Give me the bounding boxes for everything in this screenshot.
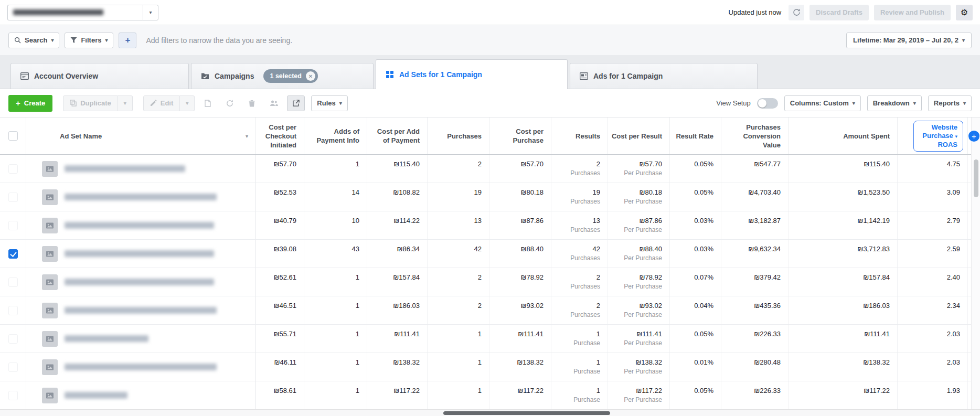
row-checkbox[interactable] xyxy=(8,306,18,315)
account-caret-button[interactable]: ▾ xyxy=(143,5,158,20)
table-row[interactable]: ₪58.61 1 ₪117.22 1 ₪117.22 1 Purchase ₪1… xyxy=(0,381,980,409)
rules-button[interactable]: Rules ▾ xyxy=(311,95,347,111)
date-range-button[interactable]: Lifetime: Mar 29, 2019 – Jul 20, 2 ▾ xyxy=(846,33,972,48)
search-button[interactable]: Search ▾ xyxy=(8,33,59,48)
row-checkbox[interactable] xyxy=(8,164,18,174)
adset-name-redacted[interactable] xyxy=(65,250,214,257)
adset-name-redacted[interactable] xyxy=(65,307,217,314)
add-filter-button[interactable]: + xyxy=(119,33,136,48)
discard-drafts-button[interactable]: Discard Drafts xyxy=(809,5,869,20)
chevron-down-icon: ▾ xyxy=(853,100,855,106)
col-label: Website xyxy=(931,123,957,131)
horizontal-scrollbar[interactable] xyxy=(0,409,980,416)
cell-purchases-conversion-value: ₪280.48 xyxy=(721,353,789,381)
row-checkbox[interactable] xyxy=(8,193,18,202)
col-header-purchases[interactable]: Purchases xyxy=(428,118,489,154)
table-row[interactable]: ₪55.71 1 ₪111.41 1 ₪111.41 1 Purchase ₪1… xyxy=(0,325,980,353)
chevron-down-icon: ▾ xyxy=(962,37,965,43)
col-header-purchases-conversion-value[interactable]: Purchases Conversion Value xyxy=(721,118,789,154)
cell-website-purchase-roas: 4.75 xyxy=(898,155,968,183)
col-header-website-purchase-roas[interactable]: Website Purchase ▾ ROAS xyxy=(898,118,968,154)
updated-status-text: Updated just now xyxy=(729,8,781,16)
col-header-cost-per-add-of-payment[interactable]: Cost per Add of Payment xyxy=(367,118,428,154)
cell-adds-of-payment-info: 43 xyxy=(304,240,367,268)
table-row[interactable]: ₪52.53 14 ₪108.82 19 ₪80.18 19 Purchases… xyxy=(0,183,980,211)
columns-button[interactable]: Columns: Custom ▾ xyxy=(784,95,861,111)
edit-button[interactable]: Edit xyxy=(143,95,180,111)
tab-account-overview[interactable]: Account Overview xyxy=(10,63,189,89)
cell-purchases: 1 xyxy=(428,353,489,381)
export-icon-button[interactable] xyxy=(287,95,305,111)
audience-icon-button[interactable] xyxy=(265,95,283,111)
adset-name-redacted[interactable] xyxy=(65,279,214,285)
cell-result-rate: 0.04% xyxy=(670,296,721,324)
account-selector-button[interactable] xyxy=(7,5,143,20)
adset-name-redacted[interactable] xyxy=(65,335,148,342)
row-checkbox[interactable] xyxy=(8,221,18,230)
col-label: Cost per Purchase xyxy=(493,127,544,145)
edit-caret-button[interactable]: ▾ xyxy=(180,95,195,111)
clipboard-icon-button[interactable] xyxy=(199,95,217,111)
cell-cost-per-add-of-payment: ₪111.41 xyxy=(367,325,428,353)
tab-campaigns[interactable]: Campaigns 1 selected ✕ xyxy=(191,63,374,89)
create-button[interactable]: + Create xyxy=(8,95,52,112)
table-row[interactable]: ₪40.79 10 ₪114.22 13 ₪87.86 13 Purchases… xyxy=(0,211,980,240)
duplicate-caret-button[interactable]: ▾ xyxy=(118,95,133,111)
adset-name-redacted[interactable] xyxy=(65,222,214,229)
adset-name-redacted[interactable] xyxy=(65,392,127,399)
row-checkbox[interactable] xyxy=(8,249,18,259)
table-row[interactable]: ₪57.70 1 ₪115.40 2 ₪57.70 2 Purchases ₪5… xyxy=(0,155,980,183)
cell-cost-per-add-of-payment: ₪86.34 xyxy=(367,240,428,268)
ads-manager-app: ▾ Updated just now Discard Drafts Review… xyxy=(0,0,980,416)
refresh-button[interactable] xyxy=(789,5,804,20)
tab-ad-sets[interactable]: Ad Sets for 1 Campaign xyxy=(376,59,568,89)
col-header-cost-per-purchase[interactable]: Cost per Purchase xyxy=(489,118,551,154)
close-icon: ✕ xyxy=(308,73,313,79)
row-checkbox[interactable] xyxy=(8,362,18,372)
chevron-down-icon: ▾ xyxy=(149,9,152,15)
row-checkbox[interactable] xyxy=(8,278,18,287)
cell-cost-per-add-of-payment: ₪138.32 xyxy=(367,353,428,381)
filters-button[interactable]: Filters ▾ xyxy=(65,33,113,48)
toolbar-right: View Setup Columns: Custom ▾ Breakdown ▾… xyxy=(716,95,972,111)
clear-selection-button[interactable]: ✕ xyxy=(306,71,315,81)
col-header-cost-per-checkout-initiated[interactable]: Cost per Checkout Initiated xyxy=(256,118,304,154)
row-checkbox[interactable] xyxy=(8,334,18,344)
col-header-adds-of-payment-info[interactable]: Adds of Payment Info xyxy=(304,118,367,154)
tab-ads[interactable]: Ads for 1 Campaign xyxy=(570,63,758,89)
breakdown-button[interactable]: Breakdown ▾ xyxy=(867,95,922,111)
cell-cost-per-purchase: ₪93.02 xyxy=(489,296,551,324)
table-row[interactable]: ₪46.11 1 ₪138.32 1 ₪138.32 1 Purchase ₪1… xyxy=(0,353,980,381)
adset-name-cell xyxy=(26,381,256,409)
col-header-cost-per-result[interactable]: Cost per Result xyxy=(608,118,670,154)
view-setup-toggle[interactable] xyxy=(757,98,778,109)
cell-purchases: 2 xyxy=(428,155,489,183)
vertical-scrollbar[interactable] xyxy=(971,118,980,409)
duplicate-button[interactable]: Duplicate xyxy=(63,95,118,111)
ad-sets-grid-icon xyxy=(386,70,394,79)
add-column-button[interactable]: + xyxy=(968,131,979,142)
filter-input[interactable]: Add filters to narrow the data you are s… xyxy=(142,36,841,45)
horizontal-scrollbar-thumb[interactable] xyxy=(443,411,610,415)
adset-name-redacted[interactable] xyxy=(65,194,217,200)
cell-result-rate: 0.03% xyxy=(670,211,721,239)
vertical-scrollbar-thumb[interactable] xyxy=(974,159,978,197)
review-and-publish-button[interactable]: Review and Publish xyxy=(874,5,951,20)
settings-button[interactable]: ⚙ xyxy=(956,5,973,20)
adset-name-redacted[interactable] xyxy=(65,364,217,370)
col-header-results[interactable]: Results xyxy=(551,118,608,154)
cell-website-purchase-roas: 2.03 xyxy=(898,353,968,381)
select-all-checkbox[interactable] xyxy=(8,131,18,141)
col-header-result-rate[interactable]: Result Rate xyxy=(670,118,721,154)
table-row[interactable]: ₪39.08 43 ₪86.34 42 ₪88.40 42 Purchases … xyxy=(0,240,980,268)
adset-name-redacted[interactable] xyxy=(65,165,185,172)
revert-icon-button[interactable] xyxy=(221,95,239,111)
table-row[interactable]: ₪46.51 1 ₪186.03 2 ₪93.02 2 Purchases ₪9… xyxy=(0,296,980,325)
delete-icon-button[interactable] xyxy=(243,95,261,111)
col-header-ad-set-name[interactable]: Ad Set Name ▾ xyxy=(26,118,256,154)
cell-cost-per-add-of-payment: ₪114.22 xyxy=(367,211,428,239)
row-checkbox[interactable] xyxy=(8,391,18,400)
table-row[interactable]: ₪52.61 1 ₪157.84 2 ₪78.92 2 Purchases ₪7… xyxy=(0,268,980,296)
col-header-amount-spent[interactable]: Amount Spent xyxy=(789,118,898,154)
reports-button[interactable]: Reports ▾ xyxy=(928,95,972,111)
